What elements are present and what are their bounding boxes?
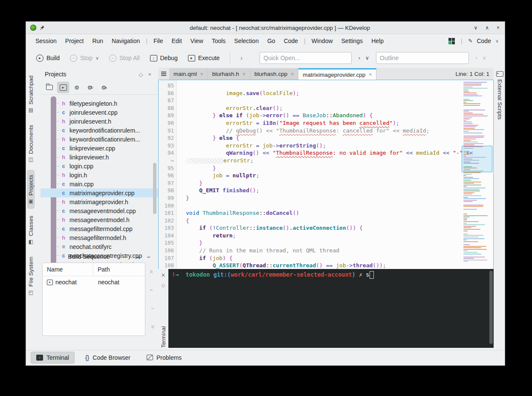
menu-navigation[interactable]: Navigation [107,36,144,46]
tree-item-messageeventmodel.cpp[interactable]: cmessageeventmodel.cpp [40,206,158,215]
terminal-scrollbar[interactable] [489,271,493,344]
detach-toolview-icon[interactable]: ◇ [162,283,165,288]
minimap[interactable] [463,82,491,287]
tree-item-login.cpp[interactable]: clogin.cpp [40,162,158,171]
dock-tab-file-system[interactable]: ◰File System [28,252,34,300]
tree-item-keywordnotificationrulem...[interactable]: ckeywordnotificationrulem... [40,126,158,135]
file-type-icon-h: h [60,172,67,178]
minimap-viewport[interactable] [462,146,492,172]
build-target-icon[interactable]: ▸ [58,82,69,92]
dock-tab-scratchpad[interactable]: ▤Scratchpad [28,71,34,117]
area-switcher-icon[interactable] [448,38,455,44]
menu-project[interactable]: Project [61,36,88,46]
debug-button[interactable]: ↓Debug [146,52,182,64]
dock-tab-documents[interactable]: ◫Documents [28,121,34,167]
menu-view[interactable]: View [186,36,208,46]
execute-icon: ▸ [188,55,195,61]
tree-item-login.h[interactable]: hlogin.h [40,171,158,179]
menu-code[interactable]: Code [280,36,302,46]
code-editor[interactable]: 8586 image.save(localFile);8788 errorStr… [158,80,494,290]
quick-open-input[interactable]: Quick Open... [260,52,352,64]
dock-tab-external-scripts[interactable]: ▸External Scripts [494,68,506,120]
tree-item-linkpreviewer.h[interactable]: hlinkpreviewer.h [40,153,158,162]
tree-item-messageeventmodel.h[interactable]: hmessageeventmodel.h [40,215,158,224]
tree-item-filetypesingleton.h[interactable]: hfiletypesingleton.h [40,99,158,108]
dock-tab-projects[interactable]: ▣Projects [28,171,34,208]
close-tab-icon[interactable]: × [200,71,203,77]
nav-dropdown-icon[interactable]: ∨ [365,55,369,61]
reload-project-icon[interactable]: ⚙↻ [85,82,96,92]
session-area-label[interactable]: Code [477,38,491,44]
menu-file[interactable]: File [149,36,168,46]
tree-item-matriximageprovider.cpp[interactable]: cmatriximageprovider.cpp [40,188,158,197]
tab-matriximageprovider.cpp[interactable]: matriximageprovider.cpp× [298,68,376,80]
tree-scrollbar[interactable] [153,163,156,214]
column-header-name[interactable]: Name [43,263,93,276]
code-line-96: 96 job = nullptr; [159,172,493,179]
terminal-screen[interactable]: !→ tokodon git:(work/carl/remember-selec… [168,269,494,348]
code-line-103: 103 if (!Controller::instance().activeCo… [159,224,493,232]
move-bottom-icon[interactable]: « [148,325,156,328]
close-panel-icon[interactable]: × [145,71,154,78]
close-tab-icon[interactable]: × [369,72,372,78]
column-header-path[interactable]: Path [93,266,110,273]
close-tab-icon[interactable]: × [291,71,294,77]
project-settings-icon[interactable]: ⚙a [98,82,110,92]
menu-window[interactable]: Window [307,36,337,46]
move-top-icon[interactable]: « [148,270,156,273]
close-toolview-icon[interactable]: × [161,272,165,279]
menu-session[interactable]: Session [31,36,61,46]
file-type-icon-cpp: c [60,145,67,151]
remove-build-item-button[interactable]: − [143,253,154,260]
build-button[interactable]: ▸Build [32,52,64,64]
move-up-icon[interactable]: ‹ [148,289,156,291]
tree-item-messagefiltermodel.cpp[interactable]: cmessagefiltermodel.cpp [40,224,158,233]
tree-item-main.cpp[interactable]: cmain.cpp [40,179,158,188]
move-down-icon[interactable]: ‹ [148,307,156,309]
toolview-button-terminal[interactable]: ›Terminal [31,352,74,363]
tab-blurhash.cpp[interactable]: blurhash.cpp× [250,68,298,80]
nav-back-icon[interactable]: ‹ [359,55,360,61]
toolbar-overflow-chevron[interactable]: › [236,55,247,61]
menu-run[interactable]: Run [88,36,107,46]
chevron-down-icon[interactable]: ∨ [495,38,499,44]
toolview-button-code-browser[interactable]: {}Code Browser [80,352,136,363]
file-type-icon-rc: ≡ [60,244,67,250]
code-line-94: 94 qWarning() << "ThumbnailResponse: no … [159,149,493,157]
terminal-vertical-label[interactable]: Terminal [160,324,167,348]
menu-edit[interactable]: Edit [167,36,186,46]
code-line-87: 87 [159,97,493,104]
toolview-button-problems[interactable]: Problems [142,352,187,363]
execute-button[interactable]: ▸Execute [184,52,224,64]
build-sequence-panel: Build Sequence + − Name Path ▸neochatneo… [40,251,158,348]
terminal-cursor [370,271,374,279]
file-type-icon-h: h [60,217,67,223]
minimize-button[interactable]: ∨ [474,25,477,31]
menu-go[interactable]: Go [263,36,280,46]
tree-item-neochat.notifyrc[interactable]: ≡neochat.notifyrc [40,242,158,251]
tab-blurhash.h[interactable]: blurhash.h× [208,68,250,80]
tree-item-joinrulesevent.h[interactable]: hjoinrulesevent.h [40,117,158,126]
tree-item-joinrulesevent.cpp[interactable]: cjoinrulesevent.cpp [40,108,158,117]
tree-item-matriximageprovider.h[interactable]: hmatriximageprovider.h [40,197,158,206]
menu-settings[interactable]: Settings [337,36,367,46]
open-project-folder-icon[interactable] [44,82,55,92]
document-list-icon[interactable] [158,68,169,80]
tree-item-messagefiltermodel.h[interactable]: hmessagefiltermodel.h [40,233,158,242]
dock-tab-classes[interactable]: ◧Classes [28,211,34,249]
file-type-icon-cpp: c [60,190,67,196]
detach-panel-icon[interactable]: ◇ [136,71,145,78]
maximize-button[interactable]: ∧ [485,25,489,31]
menu-help[interactable]: Help [367,36,388,46]
close-button[interactable]: × [497,25,500,31]
tab-main.qml[interactable]: main.qml× [169,68,208,80]
menu-selection[interactable]: Selection [230,36,263,46]
tree-item-keywordnotificationrulem...[interactable]: hkeywordnotificationrulem... [40,135,158,144]
outline-input[interactable]: Outline [376,52,469,64]
tree-item-linkpreviewer.cpp[interactable]: clinkpreviewer.cpp [40,144,158,153]
build-sequence-row[interactable]: ▸neochatneochat [43,276,145,288]
close-tab-icon[interactable]: × [243,71,246,77]
menu-tools[interactable]: Tools [208,36,230,46]
add-build-item-button[interactable]: + [133,253,143,260]
configure-icon[interactable]: ⚙ [71,82,82,92]
